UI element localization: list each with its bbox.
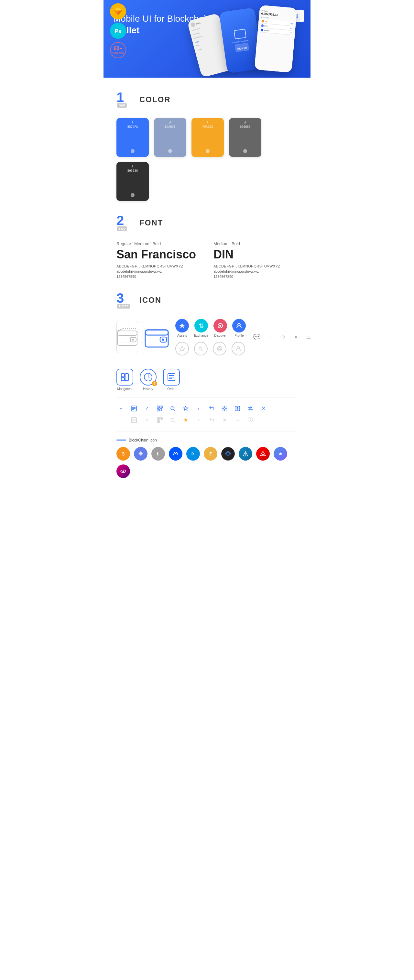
svg-rect-57 (158, 421, 159, 422)
icon-section-num: 3 THREE (116, 291, 134, 309)
color-swatches: #3574FA #8DA0C8 #F5A623 #666666 #303030 (116, 118, 298, 201)
swatch-dark: #303030 (116, 162, 149, 201)
assets-ghost-icon (175, 342, 189, 355)
icon-divider-3 (116, 431, 298, 431)
blockchain-label: BlockChain Icon (116, 438, 298, 442)
phone-mockups: Profile Mangment Message Rate Calcu... N… (194, 6, 310, 78)
list-gray-icon (129, 415, 139, 425)
ark-icon (256, 447, 270, 461)
misc-icons-container: 💬 ≡ ☽ ● ▭ ⓘ (252, 332, 310, 342)
management-icon-item: Mangment (116, 369, 133, 391)
close-gray-icon: ✕ (220, 415, 229, 425)
misc-icons-row1: 💬 ≡ ☽ ● ▭ ⓘ (252, 332, 310, 342)
discover-ghost-icon (213, 342, 226, 355)
stratis-icon (239, 447, 252, 461)
star-icon (181, 404, 190, 413)
icon-divider-1 (116, 362, 298, 362)
exchange-icon-item: Exchange (194, 319, 208, 337)
check-gray-icon: ✓ (142, 415, 151, 425)
profile-label: Profile (234, 334, 244, 337)
btc-icon: ₿ (116, 447, 130, 461)
profile-icon-item: Profile (232, 319, 246, 337)
order-icon (163, 369, 180, 385)
icon-word-text: THREE (117, 304, 131, 309)
exchange-label: Exchange (194, 334, 208, 337)
profile-icon (232, 319, 246, 332)
assets-icon-ghost (175, 342, 189, 355)
assets-icon (175, 319, 189, 332)
color-section-header: 1 ONE COLOR (116, 91, 298, 108)
svg-rect-53 (158, 418, 159, 419)
font-section-content: Regular ' Medium ' Bold San Francisco AB… (116, 241, 298, 278)
font-section-header: 2 TWO FONT (116, 214, 298, 232)
svg-rect-37 (161, 407, 162, 407)
svg-line-59 (174, 421, 175, 423)
profile-icon-ghost (232, 342, 245, 355)
qr-icon (155, 404, 164, 413)
color-section-title: COLOR (139, 95, 171, 104)
labeled-icons-row1: Assets Exchange Discover (175, 319, 246, 337)
svg-line-44 (174, 409, 175, 411)
discover-icon (213, 319, 227, 332)
chevron-left-gray-icon: ‹ (194, 415, 203, 425)
order-icon-item: Order (163, 369, 180, 391)
star-filled-icon: ★ (181, 415, 190, 425)
font-block-sf: Regular ' Medium ' Bold San Francisco AB… (116, 241, 201, 278)
labeled-icons-row2 (175, 342, 246, 355)
svg-text:D: D (191, 452, 194, 456)
exchange-icon-ghost (194, 342, 208, 355)
svg-point-69 (262, 454, 264, 455)
circle-icon: ● (291, 332, 300, 342)
icon-section-content: Assets Exchange Discover (116, 319, 298, 478)
labeled-icons-container: Assets Exchange Discover (175, 319, 246, 355)
small-icons-blue-row: + ✓ ‹ (116, 404, 298, 413)
waves-icon (169, 447, 182, 461)
speech-icon: ▭ (304, 332, 310, 342)
check-icon: ✓ (142, 404, 151, 413)
icon-section-title: ICON (139, 296, 161, 305)
hero-badges: Ps 60+ Screens (110, 3, 126, 58)
svg-point-15 (162, 338, 164, 340)
font-block-din: Medium ' Bold DIN ABCDEFGHIJKLMNOPQRSTUV… (213, 241, 298, 278)
plus-gray-icon: + (116, 415, 126, 425)
dash-icon: D (186, 447, 200, 461)
swatch-orange: #F5A623 (191, 118, 224, 157)
font-num-text: 2 (116, 214, 124, 228)
svg-rect-22 (121, 374, 124, 377)
color-section-num: 1 ONE (116, 91, 134, 108)
arrow-right-gray-icon: → (233, 415, 242, 425)
font-section-num: 2 TWO (116, 214, 134, 232)
svg-text:Ps: Ps (115, 29, 121, 34)
hero-section: Mobile UI for Blockchain Wallet UI Kit P… (104, 0, 310, 78)
swatch-gray-blue: #8DA0C8 (154, 118, 186, 157)
ps-badge: Ps (110, 23, 126, 39)
management-icon (116, 369, 133, 385)
plus-icon: + (116, 404, 126, 413)
grid-icon (221, 447, 235, 461)
management-label: Mangment (117, 387, 132, 391)
exchange-icon (194, 319, 208, 332)
wallet-icon-wireframe (116, 321, 138, 353)
discover-icon-item: Discover (213, 319, 227, 337)
moon-icon: ☽ (278, 332, 287, 342)
close-icon: ✕ (259, 404, 268, 413)
chevron-left-icon: ‹ (194, 404, 203, 413)
color-num-text: 1 (116, 91, 124, 104)
wallet-icon-row: Assets Exchange Discover (116, 319, 298, 355)
app-icons-row: Mangment ! History Order (116, 369, 298, 391)
svg-point-19 (217, 347, 222, 351)
swatch-mid-gray: #666666 (229, 118, 261, 157)
order-label: Order (167, 387, 176, 391)
phone-mockup-3: + myWallet 6,297,502.12 ▲ 512,303 BTC 73… (255, 5, 297, 72)
discover-label: Discover (214, 334, 227, 337)
svg-rect-23 (121, 377, 124, 381)
search-gray-icon (168, 415, 177, 425)
upload-icon (233, 404, 242, 413)
ltc-icon: Ł (151, 447, 165, 461)
svg-rect-55 (161, 418, 162, 419)
small-icons-gray-row: + ✓ ★ ‹ ✕ → ⓘ (116, 415, 298, 425)
screens-badge: 60+ Screens (110, 42, 126, 58)
font-section-title: FONT (139, 218, 163, 228)
settings-icon (220, 404, 229, 413)
color-word-text: ONE (117, 103, 127, 108)
